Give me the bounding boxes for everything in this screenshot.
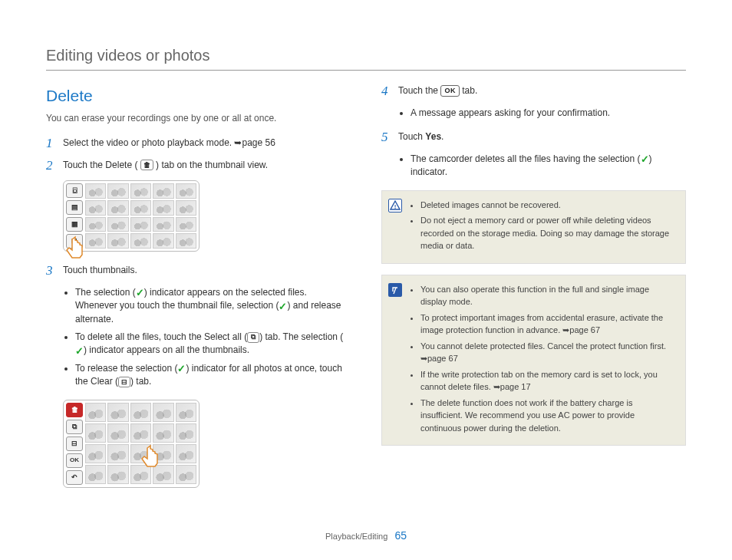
s3-b2-b: ) tab. The selection ( xyxy=(259,331,343,342)
page-footer: Playback/Editing 65 xyxy=(0,528,732,543)
note-box: You can also operate this function in th… xyxy=(381,275,686,446)
step-4-bullets: A message appears asking for your confir… xyxy=(398,107,686,120)
note-3-b: page 67 xyxy=(427,354,458,363)
note-item-3: You cannot delete protected files. Cance… xyxy=(420,340,676,365)
right-column: 4 Touch the OK tab. A message appears as… xyxy=(381,84,686,529)
arrow-icon: ➥ xyxy=(234,137,242,150)
thumbnail-screenshot-1: ⌼ ▤ ▦ ⊞ xyxy=(63,180,199,252)
check-icon: ✓ xyxy=(136,288,144,298)
select-all-icon: ⧉ xyxy=(247,332,259,343)
step-4-text-a: Touch the xyxy=(398,85,440,96)
note-2-a: To protect important images from acciden… xyxy=(420,313,663,335)
step-5-text-a: Touch xyxy=(398,131,425,142)
s3-b3-c: ) tab. xyxy=(130,376,151,387)
s3-b2-a: To delete all the files, touch the Selec… xyxy=(75,331,247,342)
note-item-5: The delete function does not work if the… xyxy=(420,397,676,435)
s3-b3-a: To release the selection ( xyxy=(75,363,177,374)
step-4-text-b: tab. xyxy=(462,85,477,96)
note-item-4: If the write protection tab on the memor… xyxy=(420,368,676,394)
check-icon: ✓ xyxy=(75,346,84,356)
step-number-4: 4 xyxy=(381,84,392,99)
ok-tab-icon: OK xyxy=(440,85,460,97)
step-2-text-b: ) tab on the thumbnail view. xyxy=(156,160,268,170)
clear-icon: ⊟ xyxy=(118,377,130,387)
step-5-body: Touch Yes. xyxy=(398,130,686,143)
check-icon: ✓ xyxy=(279,301,287,311)
note-2-b: page 67 xyxy=(569,325,600,334)
step-4-bullet: A message appears asking for your confir… xyxy=(411,107,686,120)
step-1-body: Select the video or photo playback mode.… xyxy=(63,137,351,150)
arrow-icon: ➥ xyxy=(420,352,427,365)
hand-pointer-icon xyxy=(58,235,92,268)
arrow-icon: ➥ xyxy=(493,380,500,394)
note-4-b: page 17 xyxy=(500,382,531,391)
s3-b2-c: ) indicator appears on all the thumbnail… xyxy=(84,344,249,355)
thumbnail-screenshot-2: 🗑 ⧉ ⊟ OK ↶ xyxy=(63,400,199,488)
note-item-2: To protect important images from acciden… xyxy=(420,311,676,337)
section-title: Delete xyxy=(46,84,351,107)
note-item-1: You can also operate this function in th… xyxy=(420,283,676,308)
footer-section: Playback/Editing xyxy=(325,532,387,541)
warning-box: ! Deleted images cannot be recovered. Do… xyxy=(381,190,686,264)
step-1-ref: page 56 xyxy=(242,137,275,148)
step-2-body: Touch the Delete ( 🗑 ) tab on the thumbn… xyxy=(63,159,351,172)
step-3-bullets: The selection (✓) indicator appears on t… xyxy=(63,286,351,389)
hand-pointer-icon xyxy=(134,443,167,477)
tab-back-icon: ↶ xyxy=(66,470,83,485)
step-number-2: 2 xyxy=(46,159,57,173)
step-2-text-a: Touch the Delete ( xyxy=(63,160,137,170)
tab-film-icon: ▦ xyxy=(66,217,83,232)
step-3-body: Touch thumbnails. xyxy=(63,264,351,277)
step-1-text: Select the video or photo playback mode. xyxy=(63,137,234,148)
tab-camera-icon: ⌼ xyxy=(66,183,83,198)
warn-item-1: Deleted images cannot be recovered. xyxy=(420,199,676,212)
step-number-5: 5 xyxy=(381,130,392,145)
check-icon: ✓ xyxy=(641,154,649,164)
tab-trash-icon: 🗑 xyxy=(66,403,83,417)
note-4-a: If the write protection tab on the memor… xyxy=(420,370,658,392)
step-number-3: 3 xyxy=(46,264,57,278)
step-5-bullets: The camcorder deletes all the files havi… xyxy=(398,153,686,180)
step-5-bullet-a: The camcorder deletes all the files havi… xyxy=(411,153,641,164)
step-5-yes: Yes xyxy=(425,131,441,142)
s3-b1-a: The selection ( xyxy=(75,287,136,298)
warning-icon: ! xyxy=(388,199,402,212)
tab-video-icon: ▤ xyxy=(66,200,83,215)
step-4-body: Touch the OK tab. xyxy=(398,84,686,97)
step-number-1: 1 xyxy=(46,137,57,151)
arrow-icon: ➥ xyxy=(562,324,569,337)
page-title: Editing videos or photos xyxy=(46,44,686,71)
check-icon: ✓ xyxy=(177,364,186,374)
tab-selectall-icon: ⧉ xyxy=(66,420,83,434)
tab-ok-icon: OK xyxy=(66,453,83,468)
trash-icon: 🗑 xyxy=(140,160,153,170)
intro-text: You can erase your recordings one by one… xyxy=(46,112,351,125)
page-number: 65 xyxy=(394,529,407,542)
svg-text:!: ! xyxy=(394,203,397,209)
note-icon xyxy=(388,283,402,297)
tab-clear-icon: ⊟ xyxy=(66,436,83,451)
step-5-text-b: . xyxy=(441,131,443,142)
note-3-a: You cannot delete protected files. Cance… xyxy=(420,341,666,351)
left-column: Delete You can erase your recordings one… xyxy=(46,84,351,529)
warn-item-2: Do not eject a memory card or power off … xyxy=(420,214,676,252)
